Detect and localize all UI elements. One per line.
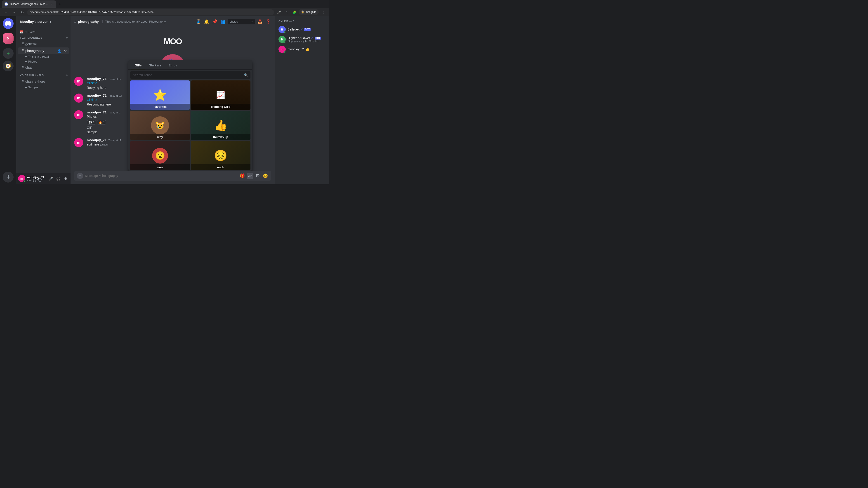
manage-threads-icon[interactable]: 👤+ — [57, 49, 63, 53]
threads-icon[interactable]: 🧵 — [195, 19, 202, 25]
gif-category-ouch[interactable]: 😣 ouch — [191, 141, 250, 170]
click-to-link-1[interactable]: Click to — [87, 81, 97, 85]
add-attachment-button[interactable]: + — [77, 173, 83, 179]
voice-thread-sample[interactable]: Sample — [18, 85, 69, 90]
user-settings-button[interactable]: ⚙ — [62, 175, 69, 182]
channel-sidebar: Moodjoy's server ▾ 📅 1 Event TEXT CHANNE… — [16, 16, 70, 184]
gif-search-input[interactable] — [133, 73, 242, 77]
click-to-link-2[interactable]: Click to — [87, 98, 97, 102]
online-status-dot — [23, 180, 26, 182]
search-value: photos — [230, 20, 238, 23]
server-divider — [4, 31, 12, 31]
msg-username-2[interactable]: moodjoy_71 — [87, 94, 107, 97]
channel-settings-icon[interactable]: ⚙ — [64, 49, 67, 53]
bookmark-button[interactable]: ☆ — [283, 9, 290, 15]
gif-grid: ⭐ Favorites 📈 Trending GIFs — [128, 80, 252, 171]
incognito-button[interactable]: 🕵 Incognito — [299, 9, 319, 15]
gif-tab-emoji[interactable]: Emoji — [165, 62, 181, 69]
forward-button[interactable]: → — [11, 9, 17, 15]
inbox-icon[interactable]: 📥 — [257, 19, 263, 25]
gif-category-trending[interactable]: 📈 Trending GIFs — [191, 80, 250, 110]
voice-channels-label: VOICE CHANNELS — [20, 74, 43, 76]
add-voice-channel-button[interactable]: + — [65, 73, 69, 77]
msg-avatar-1[interactable]: m — [74, 77, 83, 86]
server-icon-moodjoy[interactable]: M — [3, 33, 13, 44]
nav-actions: 🎤 ☆ 🧩 🕵 Incognito ⋮ — [276, 9, 327, 15]
new-tab-button[interactable]: + — [57, 1, 63, 7]
channel-name-photography: photography — [25, 49, 44, 53]
channel-header-name: # photography — [74, 19, 99, 24]
msg-avatar-4[interactable]: m — [74, 138, 83, 147]
members-icon[interactable]: 👥 — [220, 19, 226, 25]
gif-category-label-thumbsup: thumbs up — [191, 134, 250, 140]
msg-timestamp-2: Today at 12: — [108, 94, 122, 97]
gif-category-why[interactable]: 😿 why — [130, 111, 190, 140]
channel-item-photography[interactable]: # photography 👤+ ⚙ — [18, 47, 69, 54]
sticker-button[interactable]: 🖼 — [254, 173, 261, 179]
gif-category-wow[interactable]: 😮 wow — [130, 141, 190, 170]
active-tab[interactable]: Discord | #photography | Moo... ✕ — [2, 0, 56, 8]
gif-category-favorites[interactable]: ⭐ Favorites — [130, 80, 190, 110]
search-box[interactable]: photos ✕ — [228, 19, 255, 24]
channel-item-chat[interactable]: # chat — [18, 64, 69, 71]
msg-username-1[interactable]: moodjoy_71 — [87, 77, 107, 80]
msg-avatar-2[interactable]: m — [74, 94, 83, 103]
menu-button[interactable]: ⋮ — [320, 9, 327, 15]
user-info: moodjoy_71 moodjoy71_0... — [27, 175, 46, 182]
server-chevron-icon: ▾ — [50, 20, 51, 24]
discord-home-button[interactable] — [3, 18, 13, 29]
microphone-button[interactable]: 🎤 — [276, 9, 282, 15]
thread-item-this-is-a-thread[interactable]: This is a thread! — [18, 54, 69, 59]
extension-button[interactable]: 🧩 — [291, 9, 298, 15]
download-apps-button[interactable]: ⬇ — [3, 172, 13, 183]
crown-icon: 👑 — [306, 47, 309, 51]
text-channels-header[interactable]: TEXT CHANNELS + — [16, 35, 70, 40]
refresh-button[interactable]: ↻ — [19, 9, 25, 15]
ballsdex-status — [284, 31, 286, 33]
message-input-field[interactable] — [85, 174, 237, 177]
gif-category-label-why: why — [130, 134, 190, 140]
help-icon[interactable]: ❓ — [265, 19, 271, 25]
channel-item-channel-here[interactable]: # channel-here — [18, 78, 69, 85]
msg-avatar-3[interactable]: m — [74, 110, 83, 119]
text-channels-label: TEXT CHANNELS — [20, 36, 42, 39]
browser-chrome: Discord | #photography | Moo... ✕ + ← → … — [0, 0, 329, 16]
server-header[interactable]: Moodjoy's server ▾ — [16, 16, 70, 27]
explore-servers-button[interactable]: 🧭 — [3, 61, 13, 71]
member-item-moodjoy[interactable]: m moodjoy_71 👑 — [277, 44, 327, 54]
reaction-eyes[interactable]: 👀 1 — [87, 120, 96, 125]
address-bar[interactable]: discord.com/channels/1182346851781984336… — [27, 9, 274, 15]
reaction-fire[interactable]: 🔥 1 — [97, 120, 106, 125]
gift-button[interactable]: 🎁 — [239, 173, 246, 179]
channel-item-general[interactable]: # general — [18, 41, 69, 47]
moo-header: MOO — [74, 31, 271, 53]
add-server-button[interactable]: + — [3, 48, 13, 59]
chat-hash-icon: # — [22, 65, 24, 70]
gif-button[interactable]: GIF — [247, 173, 253, 179]
voice-channels-header[interactable]: VOICE CHANNELS + — [16, 72, 70, 78]
server-list: M + 🧭 ⬇ — [0, 16, 16, 184]
event-icon: 📅 — [20, 30, 24, 34]
notifications-icon[interactable]: 🔔 — [204, 19, 210, 25]
pins-icon[interactable]: 📌 — [212, 19, 218, 25]
input-actions: 🎁 GIF 🖼 😊 — [239, 173, 269, 179]
msg-username-3[interactable]: moodjoy_71 — [87, 110, 107, 114]
mute-button[interactable]: 🎤 — [48, 175, 54, 182]
add-text-channel-button[interactable]: + — [65, 36, 69, 39]
msg-username-4[interactable]: moodjoy_71 — [87, 138, 107, 142]
close-tab-button[interactable]: ✕ — [50, 2, 53, 6]
member-item-higher-lower[interactable]: H Higher or Lower ✓ BOT Playing u u u /j… — [277, 34, 327, 44]
events-item[interactable]: 📅 1 Event — [16, 29, 70, 35]
gif-search-bar[interactable]: 🔍 — [130, 71, 250, 78]
gif-tab-stickers[interactable]: Stickers — [145, 62, 165, 69]
thread-item-photos[interactable]: Photos — [18, 59, 69, 64]
gif-tab-gifs[interactable]: GIFs — [131, 62, 145, 69]
user-avatar[interactable]: m — [18, 175, 25, 182]
emoji-button[interactable]: 😊 — [262, 173, 269, 179]
close-search-icon[interactable]: ✕ — [251, 20, 253, 23]
member-item-ballsdex[interactable]: B Ballsdex ✓ BOT — [277, 24, 327, 34]
back-button[interactable]: ← — [3, 9, 9, 15]
deafen-button[interactable]: 🎧 — [55, 175, 61, 182]
gif-category-thumbsup[interactable]: 👍 thumbs up — [191, 111, 250, 140]
message-input-area: + 🎁 GIF 🖼 😊 — [70, 171, 275, 184]
